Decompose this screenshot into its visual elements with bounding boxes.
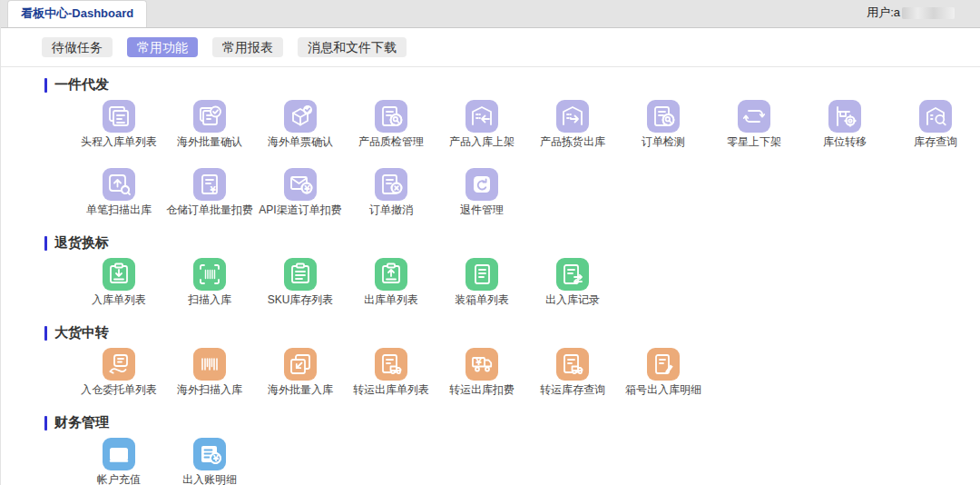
feature-item[interactable]: ¥仓储订单批量扣费 xyxy=(164,168,255,216)
feature-item[interactable]: 出库单列表 xyxy=(346,258,436,306)
document-pencil-icon xyxy=(647,348,680,381)
feature-item[interactable]: SKU库存列表 xyxy=(255,258,346,306)
feature-item[interactable]: 零星上下架 xyxy=(709,100,799,148)
feature-label: 出入账明细 xyxy=(182,474,237,485)
user-label: 用户:a xyxy=(867,5,900,21)
feature-label: 入仓委托单列表 xyxy=(81,384,157,396)
feature-grid: 头程入库单列表海外批量确认海外单票确认产品质检管理产品入库上架产品拣货出库订单检… xyxy=(74,100,980,236)
feature-item[interactable]: 入库单列表 xyxy=(74,258,164,306)
feature-label: 转运库存查询 xyxy=(540,384,605,396)
section-marker xyxy=(44,416,47,431)
section-marker xyxy=(44,236,47,251)
feature-grid: 入库单列表扫描入库SKU库存列表出库单列表装箱单列表出入库记录 xyxy=(74,258,980,326)
feature-item[interactable]: 产品拣货出库 xyxy=(527,100,618,148)
stacked-documents-check-icon xyxy=(193,100,226,133)
section-header: 退货换标 xyxy=(44,234,980,252)
feature-label: SKU库存列表 xyxy=(268,294,334,306)
feature-label: 海外单票确认 xyxy=(268,136,333,148)
feature-grid: 入仓委托单列表海外扫描入库海外批量入库转运出库单列表¥转运出库扣费转运库存查询箱… xyxy=(74,348,980,416)
feature-item[interactable]: 出入库记录 xyxy=(527,258,618,306)
sections-container: 一件代发头程入库单列表海外批量确认海外单票确认产品质检管理产品入库上架产品拣货出… xyxy=(1,76,980,485)
loop-arrows-icon xyxy=(738,100,770,133)
feature-label: 出入库记录 xyxy=(545,294,600,306)
feature-item[interactable]: 库位转移 xyxy=(799,100,890,148)
scan-barcode-icon xyxy=(193,258,226,291)
ledger-yen-icon: ¥ xyxy=(193,438,226,470)
feature-label: 产品入库上架 xyxy=(449,136,514,148)
feature-label: 零星上下架 xyxy=(727,136,781,148)
tab-todo-tasks[interactable]: 待做任务 xyxy=(42,37,113,57)
feature-item[interactable]: 帐户充值 xyxy=(74,438,164,485)
feature-item[interactable]: 转运库存查询 xyxy=(527,348,618,396)
tab-common-functions[interactable]: 常用功能 xyxy=(127,37,198,57)
svg-text:¥: ¥ xyxy=(213,454,220,463)
feature-item[interactable]: 退件管理 xyxy=(436,168,527,216)
stacked-documents-icon xyxy=(103,100,135,133)
feature-item[interactable]: 产品入库上架 xyxy=(436,100,527,148)
feature-item[interactable]: 库存查询 xyxy=(890,100,980,148)
document-truck-icon xyxy=(375,348,407,381)
wallet-icon xyxy=(103,438,135,470)
user-name-redacted xyxy=(902,7,955,19)
feature-item[interactable]: ¥出入账明细 xyxy=(164,438,255,485)
barcode-icon xyxy=(193,348,226,381)
warehouse-arrow-out-icon xyxy=(556,100,589,133)
feature-item[interactable]: 转运出库单列表 xyxy=(346,348,436,396)
tab-messages-and-downloads[interactable]: 消息和文件下载 xyxy=(298,37,407,57)
feature-item[interactable]: 装箱单列表 xyxy=(436,258,527,306)
clipboard-list-icon xyxy=(284,258,317,291)
feature-label: 订单检测 xyxy=(642,136,685,148)
warehouse-search-icon xyxy=(919,100,952,133)
feature-item[interactable]: 入仓委托单列表 xyxy=(74,348,164,396)
feature-item[interactable]: 订单检测 xyxy=(618,100,709,148)
feature-item[interactable]: 订单撤消 xyxy=(346,168,436,216)
feature-item[interactable]: 产品质检管理 xyxy=(346,100,436,148)
tab-common-reports[interactable]: 常用报表 xyxy=(212,37,283,57)
svg-text:¥: ¥ xyxy=(476,358,483,367)
section-marker xyxy=(44,326,47,341)
feature-label: 退件管理 xyxy=(460,204,504,216)
window-title-tab[interactable]: 看板中心-Dashboard xyxy=(7,0,147,27)
user-info: 用户:a xyxy=(867,5,955,21)
feature-item[interactable]: ¥API渠道订单扣费 xyxy=(255,168,346,216)
feature-label: 仓储订单批量扣费 xyxy=(166,204,253,216)
feature-item[interactable]: ¥转运出库扣费 xyxy=(436,348,527,396)
return-arrow-icon xyxy=(466,168,498,201)
feature-label: 订单撤消 xyxy=(369,204,413,216)
svg-text:¥: ¥ xyxy=(211,185,217,194)
top-window-bar: 看板中心-Dashboard 用户:a xyxy=(1,0,980,28)
feature-grid: 帐户充值¥出入账明细 xyxy=(74,438,980,485)
stacked-arrow-in-icon xyxy=(284,348,317,381)
document-inspect-icon xyxy=(375,100,407,133)
feature-item[interactable]: 海外批量入库 xyxy=(255,348,346,396)
section-header: 财务管理 xyxy=(44,414,980,431)
feature-label: 库存查询 xyxy=(914,136,957,148)
document-lines-icon xyxy=(466,258,498,291)
feature-item[interactable]: 单笔扫描出库 xyxy=(74,168,164,216)
feature-label: 箱号出入库明细 xyxy=(625,384,701,396)
feature-item[interactable]: 头程入库单列表 xyxy=(74,100,164,148)
document-truck-icon xyxy=(556,348,589,381)
box-arrow-up-search-icon xyxy=(103,168,135,201)
document-swap-icon xyxy=(556,258,589,291)
section-header: 大货中转 xyxy=(44,324,980,341)
feature-label: 入库单列表 xyxy=(92,294,146,306)
document-cancel-icon xyxy=(375,168,407,201)
feature-item[interactable]: 箱号出入库明细 xyxy=(618,348,709,396)
feature-label: 海外扫描入库 xyxy=(177,384,242,396)
document-yen-icon: ¥ xyxy=(193,168,226,201)
feature-label: 头程入库单列表 xyxy=(81,136,157,148)
feature-item[interactable]: 海外单票确认 xyxy=(255,100,346,148)
feature-item[interactable]: 海外扫描入库 xyxy=(164,348,255,396)
feature-item[interactable]: 扫描入库 xyxy=(164,258,255,306)
feature-label: 海外批量入库 xyxy=(268,384,333,396)
svg-text:¥: ¥ xyxy=(304,184,310,193)
feature-label: 库位转移 xyxy=(823,136,867,148)
feature-label: 海外批量确认 xyxy=(177,136,242,148)
feature-label: 转运出库扣费 xyxy=(449,384,514,396)
feature-label: 扫描入库 xyxy=(188,294,231,306)
feature-item[interactable]: 海外批量确认 xyxy=(164,100,255,148)
document-inspect-icon xyxy=(647,100,680,133)
feature-label: 产品拣货出库 xyxy=(540,136,605,148)
section-finance: 财务管理帐户充值¥出入账明细 xyxy=(1,414,980,485)
